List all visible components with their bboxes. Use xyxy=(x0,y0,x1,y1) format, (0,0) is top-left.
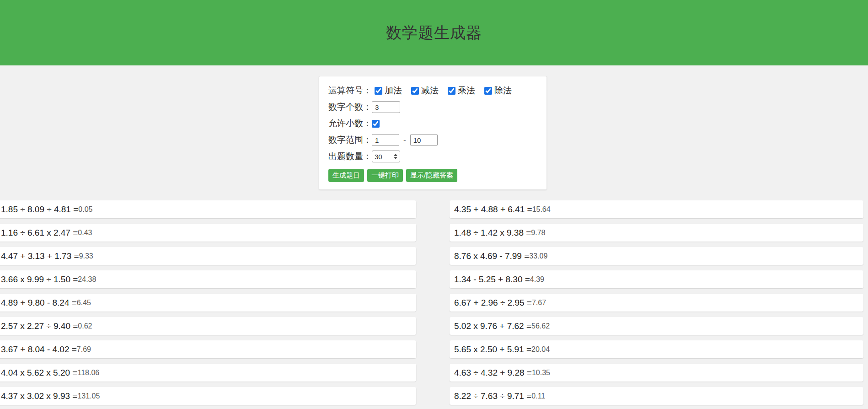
question-answer: 10.35 xyxy=(532,369,550,377)
allow-decimal-row: 允许小数： xyxy=(328,118,537,129)
up-down-arrows-icon xyxy=(394,154,397,159)
range-label: 数字范围： xyxy=(328,134,372,146)
question-answer: 9.33 xyxy=(79,252,93,260)
operators-label: 运算符号： xyxy=(328,85,372,97)
question-answer: 0.62 xyxy=(78,322,92,330)
digit-count-row: 数字个数： xyxy=(328,101,537,113)
question-expression: 4.47 + 3.13 + 1.73 = xyxy=(1,251,79,261)
question-answer: 6.45 xyxy=(77,299,91,307)
question-expression: 4.89 + 9.80 - 8.24 = xyxy=(1,298,77,308)
question-row: 5.02 x 9.76 + 7.62 = 56.62 xyxy=(450,317,863,335)
question-row: 4.63 ÷ 4.32 + 9.28 = 10.35 xyxy=(450,364,863,382)
operator-checkbox[interactable] xyxy=(411,87,419,95)
print-button[interactable]: 一键打印 xyxy=(367,169,403,182)
quantity-value: 30 xyxy=(375,153,382,161)
question-expression: 1.16 ÷ 6.61 x 2.47 = xyxy=(1,228,78,238)
question-row: 4.37 x 3.02 x 9.93 = 131.05 xyxy=(0,387,416,405)
question-expression: 2.57 x 2.27 ÷ 9.40 = xyxy=(1,321,78,331)
range-separator: - xyxy=(403,135,406,145)
question-row: 8.22 ÷ 7.63 ÷ 9.71 = 0.11 xyxy=(450,387,863,405)
question-answer: 33.09 xyxy=(529,252,547,260)
question-expression: 4.04 x 5.62 x 5.20 = xyxy=(1,368,77,378)
question-row: 8.76 x 4.69 - 7.99 = 33.09 xyxy=(450,247,863,265)
question-expression: 3.67 + 8.04 - 4.02 = xyxy=(1,344,77,355)
question-expression: 5.65 x 2.50 + 5.91 = xyxy=(454,344,531,355)
question-row: 4.35 + 4.88 + 6.41 = 15.64 xyxy=(450,200,863,218)
operator-label: 除法 xyxy=(494,85,512,97)
operator-option: 除法 xyxy=(484,85,512,97)
digit-count-label: 数字个数： xyxy=(328,101,372,113)
question-expression: 1.85 ÷ 8.09 ÷ 4.81 = xyxy=(1,204,78,215)
quantity-select[interactable]: 30 xyxy=(372,151,400,162)
operator-checkbox[interactable] xyxy=(484,87,492,95)
allow-decimal-label: 允许小数： xyxy=(328,118,372,129)
question-answer: 118.06 xyxy=(77,369,99,377)
question-expression: 1.48 ÷ 1.42 x 9.38 = xyxy=(454,228,531,238)
quantity-label: 出题数量： xyxy=(328,151,372,162)
toggle-answers-button[interactable]: 显示/隐藏答案 xyxy=(406,169,457,182)
allow-decimal-checkbox[interactable] xyxy=(372,120,380,128)
generate-button[interactable]: 生成题目 xyxy=(328,169,364,182)
range-row: 数字范围： - xyxy=(328,134,537,146)
question-answer: 20.04 xyxy=(531,345,550,354)
operator-label: 减法 xyxy=(421,85,439,97)
question-answer: 15.64 xyxy=(532,205,551,214)
question-answer: 131.05 xyxy=(77,392,100,400)
question-expression: 4.35 + 4.88 + 6.41 = xyxy=(454,204,532,215)
question-expression: 8.22 ÷ 7.63 ÷ 9.71 = xyxy=(454,391,531,401)
operator-option: 乘法 xyxy=(448,85,475,97)
operator-option: 减法 xyxy=(411,85,439,97)
operator-label: 乘法 xyxy=(458,85,475,97)
question-row: 6.67 + 2.96 ÷ 2.95 = 7.67 xyxy=(450,294,863,312)
question-column-right: 4.35 + 4.88 + 6.41 = 15.64 1.48 ÷ 1.42 x… xyxy=(450,200,863,409)
question-expression: 1.34 - 5.25 + 8.30 = xyxy=(454,274,530,285)
operator-checkbox[interactable] xyxy=(375,87,382,95)
operators-group: 加法 减法 乘法 除法 xyxy=(375,85,512,97)
question-answer: 4.39 xyxy=(530,275,544,284)
question-row: 5.65 x 2.50 + 5.91 = 20.04 xyxy=(450,340,863,358)
question-answer: 7.67 xyxy=(532,299,546,307)
digit-count-input[interactable] xyxy=(372,101,400,113)
question-answer: 7.69 xyxy=(77,345,91,354)
question-expression: 4.63 ÷ 4.32 + 9.28 = xyxy=(454,368,532,378)
page-title: 数学题生成器 xyxy=(386,22,482,43)
question-expression: 6.67 + 2.96 ÷ 2.95 = xyxy=(454,298,532,308)
question-row: 3.67 + 8.04 - 4.02 = 7.69 xyxy=(0,340,416,358)
operators-row: 运算符号： 加法 减法 乘法 除法 xyxy=(328,85,537,97)
settings-panel: 运算符号： 加法 减法 乘法 除法 数字个数： 允许小数： 数字范围： - 出题… xyxy=(319,76,547,190)
question-answer: 56.62 xyxy=(531,322,550,330)
question-answer: 9.78 xyxy=(531,229,545,237)
question-expression: 8.76 x 4.69 - 7.99 = xyxy=(454,251,529,261)
quantity-row: 出题数量： 30 xyxy=(328,151,537,162)
question-row: 1.16 ÷ 6.61 x 2.47 = 0.43 xyxy=(0,224,416,242)
question-row: 4.89 + 9.80 - 8.24 = 6.45 xyxy=(0,294,416,312)
question-row: 2.57 x 2.27 ÷ 9.40 = 0.62 xyxy=(0,317,416,335)
question-answer: 0.05 xyxy=(78,205,92,214)
question-answer: 0.11 xyxy=(531,392,545,400)
question-row: 4.47 + 3.13 + 1.73 = 9.33 xyxy=(0,247,416,265)
range-max-input[interactable] xyxy=(410,134,438,146)
question-column-left: 1.85 ÷ 8.09 ÷ 4.81 = 0.05 1.16 ÷ 6.61 x … xyxy=(0,200,416,409)
question-expression: 5.02 x 9.76 + 7.62 = xyxy=(454,321,531,331)
question-row: 3.66 x 9.99 ÷ 1.50 = 24.38 xyxy=(0,270,416,288)
operator-label: 加法 xyxy=(385,85,402,97)
operator-checkbox[interactable] xyxy=(448,87,455,95)
range-min-input[interactable] xyxy=(372,134,399,146)
question-answer: 24.38 xyxy=(78,275,96,284)
question-row: 4.04 x 5.62 x 5.20 = 118.06 xyxy=(0,364,416,382)
panel-buttons-row: 生成题目 一键打印 显示/隐藏答案 xyxy=(328,169,537,182)
question-answer: 0.43 xyxy=(78,229,92,237)
question-row: 1.48 ÷ 1.42 x 9.38 = 9.78 xyxy=(450,224,863,242)
question-row: 1.34 - 5.25 + 8.30 = 4.39 xyxy=(450,270,863,288)
question-expression: 3.66 x 9.99 ÷ 1.50 = xyxy=(1,274,78,285)
question-row: 1.85 ÷ 8.09 ÷ 4.81 = 0.05 xyxy=(0,200,416,218)
app-header: 数学题生成器 xyxy=(0,0,868,65)
question-expression: 4.37 x 3.02 x 9.93 = xyxy=(1,391,77,401)
operator-option: 加法 xyxy=(375,85,402,97)
